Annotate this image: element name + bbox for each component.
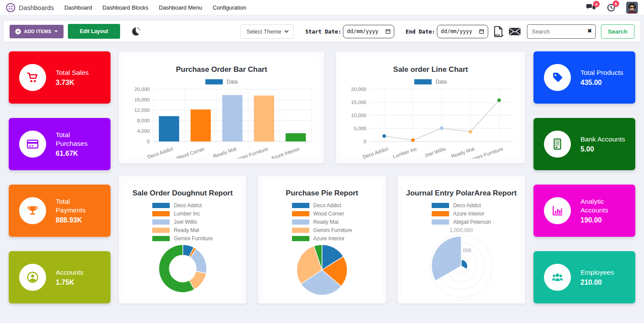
search-button[interactable]: Search [601,24,634,39]
legend-item[interactable]: Azure Interior [292,236,352,242]
legend-swatch [292,211,309,216]
activities-clock-icon[interactable]: 5 [607,3,616,12]
legend-swatch [152,228,170,233]
kpi-card-total-products[interactable]: Total Products435.00 [533,51,635,104]
chart-legend: Deco AddictLumber IncJoel WillisReady Ma… [152,202,212,242]
legend-swatch [292,219,309,225]
dashboard-toolbar: + ADD ITEMS Edit Layout Select Theme Sta… [3,21,641,42]
legend-swatch [292,203,309,208]
kpi-card-total-sales[interactable]: Total Sales3.73K [9,51,111,104]
chart-title: Purchase Order Bar Chart [176,65,267,74]
plus-icon: + [15,29,21,34]
caret-down-icon [54,30,58,32]
legend-item[interactable]: Wood Corner [292,211,352,217]
svg-text:5,000: 5,000 [354,126,366,131]
legend-item[interactable]: Gemini Furniture [152,236,212,242]
legend-item[interactable]: Ready Mat [292,219,352,225]
kpi-value: 61.67K [56,150,98,158]
legend-label: Azure Interior [453,211,484,217]
start-date-input-box[interactable] [343,25,394,38]
legend-label: Deco Addict [453,202,481,209]
kpi-card-total-payments[interactable]: Total Payments888.93K [9,185,111,237]
svg-text:Joel Willis: Joel Willis [423,146,446,158]
end-date-input[interactable] [441,28,476,34]
user-avatar[interactable] [626,2,638,13]
svg-text:4,000: 4,000 [137,128,150,134]
calendar-icon[interactable] [386,28,391,34]
legend-label: Ready Mat [313,219,339,225]
legend-swatch [292,236,309,241]
credit-card-icon [19,131,46,158]
legend-label: Deco Addict [174,202,201,209]
send-mail-icon[interactable] [509,27,521,36]
svg-text:15,000: 15,000 [351,100,366,105]
legend-item[interactable]: Data [414,79,446,85]
legend-item[interactable]: Azure Interior [432,211,491,217]
legend-item[interactable]: Data [205,79,238,85]
line-chart-canvas: 05,00010,00015,00020,000Deco AddictLumbe… [341,87,520,158]
svg-text:12,000: 12,000 [134,108,150,113]
svg-text:000: 000 [463,248,471,253]
legend-label: Gemini Furniture [313,227,352,233]
clear-search-icon[interactable]: ✖ [587,28,592,34]
kpi-card-bank-accounts[interactable]: Bank Accounts5.00 [533,118,635,170]
legend-label: Gemini Furniture [174,236,212,242]
kpi-card-employees[interactable]: Employees210.00 [533,251,635,303]
export-pdf-icon[interactable]: PDF [493,26,503,37]
legend-swatch [432,211,449,216]
kpi-value: 435.00 [580,79,631,87]
main-menu: Dashboard Dashboard Blocks Dashboard Men… [64,4,246,11]
bar-chart-canvas: 04,0008,00012,00016,00020,000Deco Addict… [126,87,317,158]
chevron-down-icon [285,29,289,33]
kpi-card-total-purchases[interactable]: Total Purchases61.67K [9,118,111,170]
chart-title: Sale Order Doughnut Report [132,189,232,198]
legend-item[interactable]: Lumber Inc [152,211,212,217]
kpi-value: 190.00 [580,216,631,224]
legend-label: Data [227,79,238,85]
building-icon [544,131,571,158]
dashboard-body: Total Sales3.73K Total Purchases61.67K T… [0,42,644,318]
chart-legend: Data [414,79,446,85]
svg-text:0: 0 [363,139,366,144]
kpi-card-analytic-accounts[interactable]: Analytic Accounts190.00 [533,185,635,237]
dark-mode-moon-icon[interactable] [130,26,141,37]
menu-item-dashboard[interactable]: Dashboard [64,4,92,11]
kpi-value: 888.93K [56,216,98,224]
legend-swatch [205,79,223,84]
app-brand[interactable]: Dashboards [6,3,54,12]
legend-item[interactable]: Joel Willis [152,219,212,225]
legend-label: Ready Mat [174,227,199,233]
menu-item-dashboard-blocks[interactable]: Dashboard Blocks [103,4,149,11]
cart-icon [19,64,46,91]
svg-text:20,000: 20,000 [134,87,150,92]
legend-item[interactable]: Abigail Peterson [432,219,491,225]
add-items-button[interactable]: + ADD ITEMS [10,25,64,38]
legend-swatch [152,219,170,225]
select-theme-dropdown[interactable]: Select Theme [241,24,294,39]
menu-item-dashboard-menu[interactable]: Dashboard Menu [159,4,202,11]
legend-item[interactable]: Gemini Furniture [292,227,352,233]
legend-label: Abigail Peterson [453,219,491,225]
start-date-input[interactable] [347,28,382,34]
purchase-order-bar-chart-panel: Purchase Order Bar Chart Data 04,0008,00… [118,51,325,164]
legend-item[interactable]: Deco Addict [432,202,491,209]
menu-item-configuration[interactable]: Configuration [213,4,246,11]
svg-text:8,000: 8,000 [137,118,150,123]
legend-item[interactable]: Ready Mat [152,227,212,233]
legend-item[interactable]: Deco Addict [292,202,352,209]
edit-layout-button[interactable]: Edit Layout [68,24,120,39]
end-date-input-box[interactable] [437,25,488,38]
legend-swatch [152,203,170,208]
legend-item[interactable]: Deco Addict [152,202,212,209]
messages-icon[interactable]: 4 [586,3,596,12]
kpi-column-right: Total Products435.00 Bank Accounts5.00 A… [533,51,635,318]
svg-text:Gemini Furniture: Gemini Furniture [232,146,269,158]
svg-text:Lumber Inc: Lumber Inc [392,146,418,158]
end-date-label: End Date: [406,28,435,35]
charts-column: Purchase Order Bar Chart Data 04,0008,00… [118,51,526,304]
search-input[interactable] [527,24,596,39]
kpi-card-accounts[interactable]: Accounts1.75K [9,251,111,303]
chart-title: Journal Entry PolarArea Report [406,189,517,198]
calendar-icon[interactable] [479,28,484,34]
tag-icon [544,64,571,91]
